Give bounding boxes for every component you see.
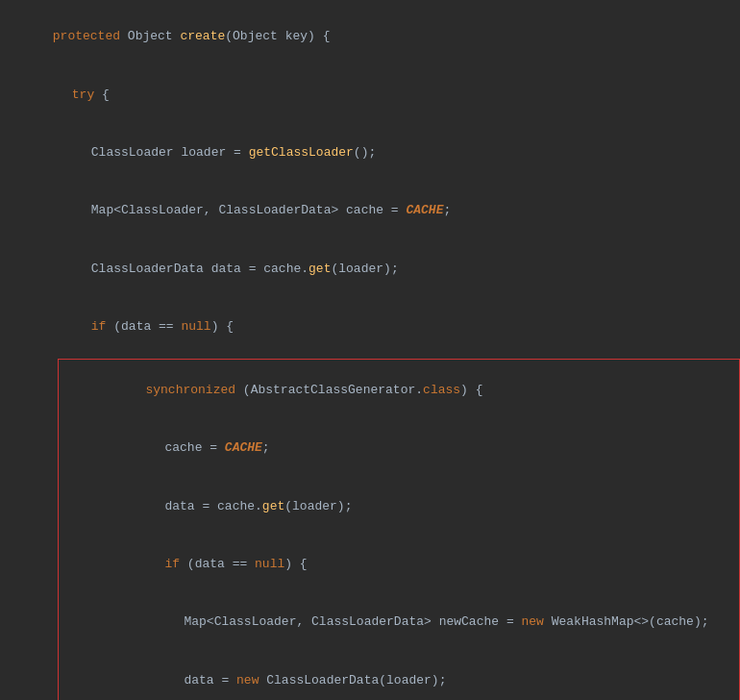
code-line: if (data == null) { xyxy=(0,298,740,356)
highlighted-code-block: synchronized (AbstractClassGenerator.cla… xyxy=(58,359,740,700)
code-line: ClassLoaderData data = cache.get(loader)… xyxy=(0,240,740,298)
code-line: Map<ClassLoader, ClassLoaderData> cache … xyxy=(0,182,740,239)
code-line: ClassLoader loader = getClassLoader(); xyxy=(0,124,740,182)
code-editor: protected Object create(Object key) { tr… xyxy=(0,0,740,700)
code-line: if (data == null) { xyxy=(59,536,739,593)
code-line: data = new ClassLoaderData(loader); xyxy=(59,652,739,700)
code-line: data = cache.get(loader); xyxy=(59,477,739,535)
code-line: try { xyxy=(0,65,740,123)
code-line: Map<ClassLoader, ClassLoaderData> newCac… xyxy=(59,593,739,651)
code-line: synchronized (AbstractClassGenerator.cla… xyxy=(59,362,739,419)
code-line: cache = CACHE; xyxy=(59,419,739,477)
code-line: protected Object create(Object key) { xyxy=(0,8,740,65)
